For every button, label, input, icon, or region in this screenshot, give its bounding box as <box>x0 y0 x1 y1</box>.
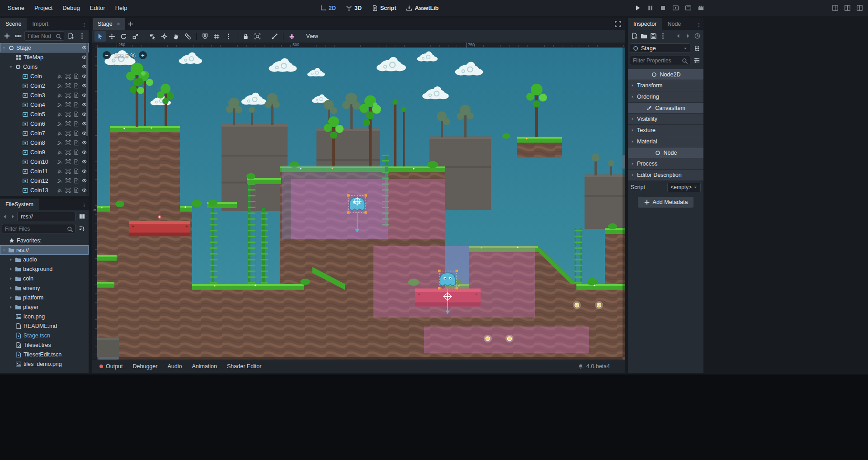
scene-node-tilemap[interactable]: TileMap <box>0 52 89 62</box>
bottom-tab-animation[interactable]: Animation <box>187 361 222 371</box>
fs-sort-icon[interactable] <box>79 225 85 232</box>
system-icon-3[interactable] <box>855 4 863 12</box>
chev-right-button[interactable] <box>683 31 692 41</box>
canvas-scene[interactable] <box>97 47 625 360</box>
inspector-section-transform[interactable]: Transform <box>628 80 703 91</box>
context-tab-script[interactable]: Script <box>367 0 401 16</box>
plus-button[interactable] <box>2 31 12 41</box>
inspector-section-texture[interactable]: Texture <box>628 125 703 136</box>
fs-item-platform[interactable]: platform <box>0 293 89 302</box>
menu-project[interactable]: Project <box>29 0 57 16</box>
select-tool-button[interactable] <box>94 31 106 42</box>
expand-viewport-icon[interactable] <box>614 20 622 28</box>
fs-display-mode-icon[interactable] <box>79 213 85 220</box>
fs-forward-icon[interactable] <box>9 213 16 220</box>
scene-node-stage[interactable]: Stage <box>0 43 89 52</box>
scene-node-coin13[interactable]: Coin13 <box>0 185 89 195</box>
fs-item-res[interactable]: res:// <box>0 245 89 255</box>
fs-item-coin[interactable]: coin <box>0 274 89 283</box>
pan-tool-button[interactable] <box>170 31 182 42</box>
kebab-button[interactable] <box>77 31 87 41</box>
bone-button[interactable] <box>269 31 280 42</box>
fs-item-tileset-tres[interactable]: Tileset.tres <box>0 340 89 350</box>
enemy-sprite-2[interactable] <box>440 273 455 286</box>
scene-node-coin8[interactable]: Coin8 <box>0 138 89 147</box>
scene-dock-menu-icon[interactable] <box>82 23 86 27</box>
fs-item-favorites[interactable]: Favorites: <box>0 236 89 245</box>
filesystem-menu-icon[interactable] <box>82 203 86 208</box>
bottom-tab-debugger[interactable]: Debugger <box>128 361 162 371</box>
scene-node-coin4[interactable]: Coin4 <box>0 100 89 109</box>
scene-node-coin12[interactable]: Coin12 <box>0 176 89 185</box>
tab-filesystem[interactable]: FileSystem <box>0 199 39 210</box>
chain-button[interactable] <box>13 31 23 41</box>
canvas-horizontal-scrollbar[interactable] <box>97 357 623 360</box>
fs-item-tiles-demo-png[interactable]: tiles_demo.png <box>0 359 89 369</box>
menu-scene[interactable]: Scene <box>3 0 29 16</box>
inspector-section-process[interactable]: Process <box>628 158 703 169</box>
fs-path-field[interactable]: res:// <box>17 212 75 221</box>
scene-node-coin2[interactable]: Coin2 <box>0 81 89 90</box>
fs-item-tilesetedit-tscn[interactable]: TilesetEdit.tscn <box>0 350 89 359</box>
scene-dock-tab-import[interactable]: Import <box>27 18 53 30</box>
scene-tab-stage[interactable]: Stage <box>93 18 125 30</box>
flower-button[interactable] <box>286 31 297 42</box>
kebab-button[interactable] <box>658 31 667 41</box>
menu-help[interactable]: Help <box>110 0 132 16</box>
zoom-out-button[interactable]: − <box>103 51 111 59</box>
scene-node-coin7[interactable]: Coin7 <box>0 128 89 138</box>
zoom-level[interactable]: 188.8 % <box>114 52 136 59</box>
node-selector[interactable]: Stage <box>630 43 690 53</box>
inspector-section-visibility[interactable]: Visibility <box>628 114 703 124</box>
inspector-section-editor-description[interactable]: Editor Description <box>628 170 703 180</box>
folder-button[interactable] <box>639 31 648 41</box>
inspector-section-material[interactable]: Material <box>628 136 703 147</box>
chev-left-button[interactable] <box>674 31 683 41</box>
inspector-menu-icon[interactable] <box>697 23 701 27</box>
system-icon-1[interactable] <box>831 4 839 12</box>
playback-stop-button[interactable] <box>658 4 667 13</box>
scene-tree-scrollbar[interactable] <box>86 43 88 195</box>
scene-node-coin9[interactable]: Coin9 <box>0 147 89 157</box>
list-select-tool-button[interactable] <box>147 31 158 42</box>
add-metadata-button[interactable]: Add Metadata <box>638 197 694 208</box>
canvas-vertical-scrollbar[interactable] <box>623 47 625 357</box>
snap-options-button[interactable] <box>223 31 234 42</box>
fs-back-icon[interactable] <box>2 213 8 220</box>
smart-snap-button[interactable] <box>199 31 211 42</box>
rotate-tool-button[interactable] <box>118 31 129 42</box>
context-tab-2d[interactable]: 2D <box>316 0 340 16</box>
move-tool-button[interactable] <box>106 31 118 42</box>
notifications-bell-icon[interactable] <box>578 364 584 370</box>
lock-button[interactable] <box>240 31 251 42</box>
grid-snap-button[interactable] <box>211 31 222 42</box>
pivot-tool-button[interactable] <box>159 31 170 42</box>
fs-item-enemy[interactable]: enemy <box>0 283 89 293</box>
playback-play-custom-button[interactable] <box>684 4 693 13</box>
fs-item-player[interactable]: player <box>0 302 89 312</box>
playback-play-scene-button[interactable] <box>671 4 680 13</box>
scene-node-coin10[interactable]: Coin10 <box>0 157 89 166</box>
scene-node-coins[interactable]: Coins <box>0 62 89 71</box>
playback-pause-button[interactable] <box>646 4 655 13</box>
scale-tool-button[interactable] <box>130 31 141 42</box>
fs-item-audio[interactable]: audio <box>0 255 89 264</box>
script-attach-button[interactable] <box>66 31 75 41</box>
playback-movie-button[interactable] <box>696 4 705 13</box>
close-tab-icon[interactable] <box>116 22 121 26</box>
fs-item-readme-md[interactable]: README.md <box>0 321 89 331</box>
zoom-in-button[interactable]: + <box>139 51 147 59</box>
context-tab-assetlib[interactable]: AssetLib <box>401 0 443 16</box>
scene-node-coin6[interactable]: Coin6 <box>0 119 89 128</box>
fs-filter-input[interactable] <box>2 224 75 233</box>
menu-editor[interactable]: Editor <box>85 0 110 16</box>
history-button[interactable] <box>693 31 702 41</box>
inspector-tab-node[interactable]: Node <box>662 18 686 30</box>
scene-node-coin[interactable]: Coin <box>0 71 89 81</box>
scene-node-coin11[interactable]: Coin11 <box>0 166 89 176</box>
ruler-tool-button[interactable] <box>182 31 193 42</box>
bottom-tab-audio[interactable]: Audio <box>163 361 186 371</box>
fs-item-background[interactable]: background <box>0 264 89 274</box>
scene-dock-tab-scene[interactable]: Scene <box>0 18 27 30</box>
inspector-options-icon[interactable] <box>693 57 700 64</box>
